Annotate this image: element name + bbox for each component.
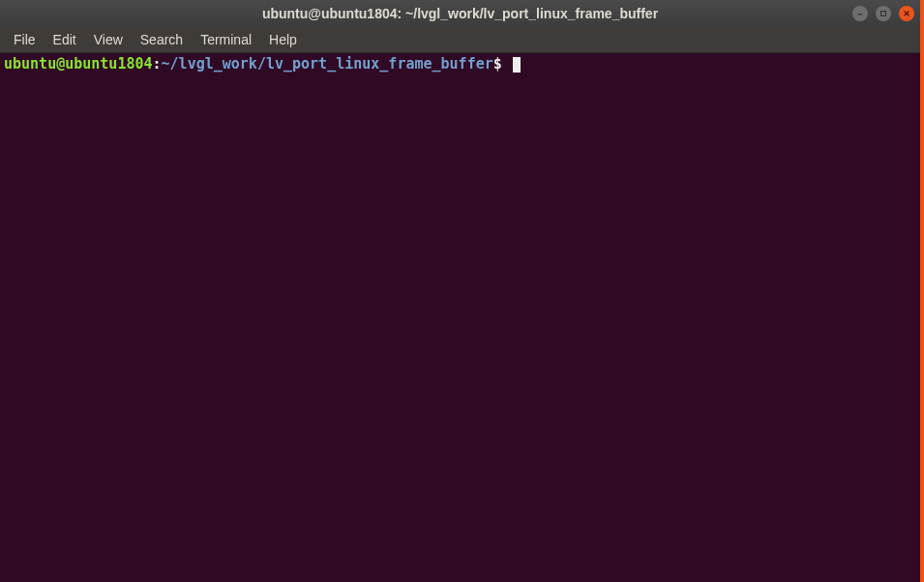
minimize-button[interactable] [852,6,868,21]
close-button[interactable] [899,6,914,21]
window-title: ubuntu@ubuntu1804: ~/lvgl_work/lv_port_l… [262,6,658,21]
menu-file[interactable]: File [6,29,44,50]
maximize-icon [879,10,887,17]
svg-rect-1 [881,12,886,16]
menu-edit[interactable]: Edit [45,29,84,50]
menubar: File Edit View Search Terminal Help [0,27,920,53]
prompt-user-host: ubuntu@ubuntu1804 [4,55,153,73]
window-controls [852,6,914,21]
terminal-area[interactable]: ubuntu@ubuntu1804:~/lvgl_work/lv_port_li… [0,53,920,582]
minimize-icon [856,10,864,17]
menu-terminal[interactable]: Terminal [193,29,259,50]
maximize-button[interactable] [876,6,891,21]
menu-view[interactable]: View [86,29,131,50]
menu-search[interactable]: Search [133,29,191,50]
prompt-path: ~/lvgl_work/lv_port_linux_frame_buffer [162,55,493,73]
cursor-icon [513,57,521,73]
prompt-symbol: $ [493,55,502,73]
prompt-separator: : [153,55,162,73]
titlebar: ubuntu@ubuntu1804: ~/lvgl_work/lv_port_l… [0,0,920,27]
close-icon [903,10,910,17]
menu-help[interactable]: Help [261,29,305,50]
